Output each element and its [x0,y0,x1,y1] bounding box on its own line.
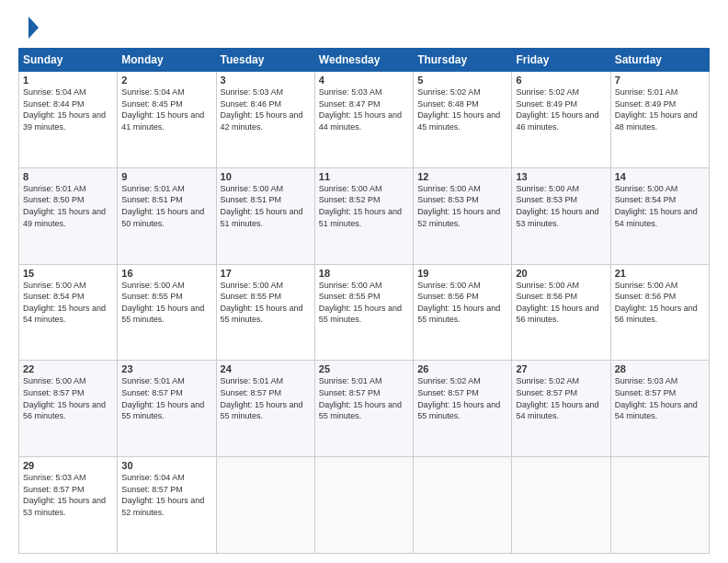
day-info: Sunrise: 5:04 AMSunset: 8:57 PMDaylight:… [121,472,211,518]
day-info: Sunrise: 5:01 AMSunset: 8:50 PMDaylight:… [23,183,113,229]
day-info: Sunrise: 5:00 AMSunset: 8:53 PMDaylight:… [417,183,507,229]
day-info: Sunrise: 5:00 AMSunset: 8:54 PMDaylight:… [615,183,705,229]
day-number: 16 [121,268,211,279]
day-number: 20 [516,268,606,279]
day-number: 6 [516,75,606,86]
calendar-cell [610,457,709,554]
calendar-cell: 30Sunrise: 5:04 AMSunset: 8:57 PMDayligh… [118,457,216,554]
day-info: Sunrise: 5:00 AMSunset: 8:54 PMDaylight:… [23,280,113,326]
calendar-cell: 25Sunrise: 5:01 AMSunset: 8:57 PMDayligh… [314,361,413,457]
day-info: Sunrise: 5:00 AMSunset: 8:56 PMDaylight:… [417,280,507,326]
day-number: 9 [121,171,211,182]
day-number: 26 [417,363,507,374]
calendar-cell: 2Sunrise: 5:04 AMSunset: 8:45 PMDaylight… [118,72,216,168]
calendar-cell: 4Sunrise: 5:03 AMSunset: 8:47 PMDaylight… [314,72,413,168]
day-number: 29 [23,460,113,471]
calendar-cell: 12Sunrise: 5:00 AMSunset: 8:53 PMDayligh… [414,167,512,264]
day-info: Sunrise: 5:01 AMSunset: 8:49 PMDaylight:… [615,86,705,132]
calendar-cell: 9Sunrise: 5:01 AMSunset: 8:51 PMDaylight… [118,167,216,264]
day-info: Sunrise: 5:00 AMSunset: 8:53 PMDaylight:… [516,183,606,229]
weekday-header-thursday: Thursday [414,49,512,72]
day-number: 25 [319,363,409,374]
day-number: 10 [221,171,311,182]
day-info: Sunrise: 5:00 AMSunset: 8:52 PMDaylight:… [319,183,409,229]
calendar-cell: 3Sunrise: 5:03 AMSunset: 8:46 PMDaylight… [216,72,314,168]
calendar-cell: 10Sunrise: 5:00 AMSunset: 8:51 PMDayligh… [216,167,314,264]
calendar-cell: 20Sunrise: 5:00 AMSunset: 8:56 PMDayligh… [512,264,610,361]
calendar-body: 1Sunrise: 5:04 AMSunset: 8:44 PMDaylight… [19,72,710,554]
weekday-header-sunday: Sunday [19,49,118,72]
day-number: 24 [221,363,311,374]
calendar-cell [216,457,314,554]
day-info: Sunrise: 5:01 AMSunset: 8:51 PMDaylight:… [121,183,211,229]
calendar-cell: 21Sunrise: 5:00 AMSunset: 8:56 PMDayligh… [610,264,709,361]
calendar-cell [414,457,512,554]
day-info: Sunrise: 5:00 AMSunset: 8:56 PMDaylight:… [516,280,606,326]
day-number: 15 [23,268,113,279]
day-number: 30 [121,460,211,471]
day-info: Sunrise: 5:00 AMSunset: 8:55 PMDaylight:… [319,280,409,326]
day-info: Sunrise: 5:03 AMSunset: 8:46 PMDaylight:… [221,86,311,132]
day-info: Sunrise: 5:00 AMSunset: 8:56 PMDaylight:… [615,280,705,326]
day-info: Sunrise: 5:02 AMSunset: 8:48 PMDaylight:… [417,86,507,132]
calendar-cell: 15Sunrise: 5:00 AMSunset: 8:54 PMDayligh… [19,264,118,361]
day-info: Sunrise: 5:02 AMSunset: 8:49 PMDaylight:… [516,86,606,132]
day-info: Sunrise: 5:01 AMSunset: 8:57 PMDaylight:… [221,375,311,421]
calendar-cell: 11Sunrise: 5:00 AMSunset: 8:52 PMDayligh… [314,167,413,264]
calendar-cell: 14Sunrise: 5:00 AMSunset: 8:54 PMDayligh… [610,167,709,264]
calendar-cell: 28Sunrise: 5:03 AMSunset: 8:57 PMDayligh… [610,361,709,457]
calendar-week-row: 15Sunrise: 5:00 AMSunset: 8:54 PMDayligh… [19,264,710,361]
day-number: 18 [319,268,409,279]
calendar-cell: 1Sunrise: 5:04 AMSunset: 8:44 PMDaylight… [19,72,118,168]
day-number: 17 [221,268,311,279]
calendar-cell: 27Sunrise: 5:02 AMSunset: 8:57 PMDayligh… [512,361,610,457]
day-number: 4 [319,75,409,86]
day-number: 12 [417,171,507,182]
weekday-header-tuesday: Tuesday [216,49,314,72]
calendar-cell: 23Sunrise: 5:01 AMSunset: 8:57 PMDayligh… [118,361,216,457]
day-number: 22 [23,363,113,374]
calendar-cell: 19Sunrise: 5:00 AMSunset: 8:56 PMDayligh… [414,264,512,361]
calendar-cell: 16Sunrise: 5:00 AMSunset: 8:55 PMDayligh… [118,264,216,361]
day-info: Sunrise: 5:00 AMSunset: 8:51 PMDaylight:… [221,183,311,229]
weekday-header-saturday: Saturday [610,49,709,72]
day-number: 23 [121,363,211,374]
day-info: Sunrise: 5:00 AMSunset: 8:55 PMDaylight:… [221,280,311,326]
day-number: 19 [417,268,507,279]
calendar-cell: 7Sunrise: 5:01 AMSunset: 8:49 PMDaylight… [610,72,709,168]
calendar-cell [314,457,413,554]
day-info: Sunrise: 5:03 AMSunset: 8:57 PMDaylight:… [615,375,705,421]
day-number: 21 [615,268,705,279]
calendar-week-row: 1Sunrise: 5:04 AMSunset: 8:44 PMDaylight… [19,72,710,168]
day-info: Sunrise: 5:02 AMSunset: 8:57 PMDaylight:… [516,375,606,421]
weekday-header-friday: Friday [512,49,610,72]
day-info: Sunrise: 5:02 AMSunset: 8:57 PMDaylight:… [417,375,507,421]
day-number: 7 [615,75,705,86]
weekday-header-monday: Monday [118,49,216,72]
day-number: 1 [23,75,113,86]
calendar-header: SundayMondayTuesdayWednesdayThursdayFrid… [19,49,710,72]
day-number: 5 [417,75,507,86]
day-number: 11 [319,171,409,182]
day-number: 14 [615,171,705,182]
day-number: 3 [221,75,311,86]
calendar-cell: 5Sunrise: 5:02 AMSunset: 8:48 PMDaylight… [414,72,512,168]
day-info: Sunrise: 5:03 AMSunset: 8:47 PMDaylight:… [319,86,409,132]
calendar-cell [512,457,610,554]
day-info: Sunrise: 5:01 AMSunset: 8:57 PMDaylight:… [121,375,211,421]
calendar-cell: 18Sunrise: 5:00 AMSunset: 8:55 PMDayligh… [314,264,413,361]
day-info: Sunrise: 5:01 AMSunset: 8:57 PMDaylight:… [319,375,409,421]
day-info: Sunrise: 5:04 AMSunset: 8:45 PMDaylight:… [121,86,211,132]
calendar-cell: 8Sunrise: 5:01 AMSunset: 8:50 PMDaylight… [19,167,118,264]
day-info: Sunrise: 5:00 AMSunset: 8:55 PMDaylight:… [121,280,211,326]
calendar-week-row: 22Sunrise: 5:00 AMSunset: 8:57 PMDayligh… [19,361,710,457]
calendar-cell: 29Sunrise: 5:03 AMSunset: 8:57 PMDayligh… [19,457,118,554]
day-info: Sunrise: 5:03 AMSunset: 8:57 PMDaylight:… [23,472,113,518]
logo-area [18,15,42,40]
weekday-header-row: SundayMondayTuesdayWednesdayThursdayFrid… [19,49,710,72]
logo-icon [18,15,39,40]
svg-marker-0 [28,17,39,39]
page: SundayMondayTuesdayWednesdayThursdayFrid… [0,0,728,563]
calendar-week-row: 8Sunrise: 5:01 AMSunset: 8:50 PMDaylight… [19,167,710,264]
day-number: 13 [516,171,606,182]
